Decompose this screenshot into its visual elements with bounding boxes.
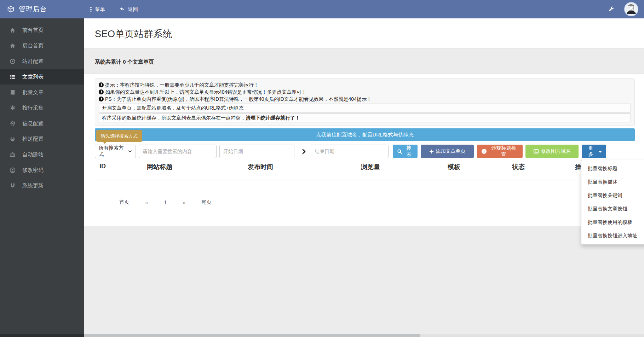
column-header-publish-time: 发布时间 <box>248 163 361 171</box>
horizontal-scrollbar[interactable] <box>84 334 644 337</box>
dropdown-item-replace-keywords[interactable]: 批量替换关键词 <box>581 189 644 202</box>
column-header-id: ID <box>99 163 147 170</box>
column-header-template: 模板 <box>448 163 512 171</box>
search-icon <box>397 149 402 154</box>
wrench-icon[interactable] <box>608 6 614 12</box>
sidebar-item-system-update[interactable]: 系统更新 <box>0 178 84 193</box>
cube-logo-icon <box>7 6 15 13</box>
scrollbar-thumb[interactable] <box>84 334 420 337</box>
sidebar-item-label: 推送配置 <box>22 136 44 143</box>
sidebar-item-label: 自动建站 <box>22 151 44 158</box>
tip-box-domain: 开启文章单页，需配置站群域名，及每个站点的URL格式+伪静态 <box>99 104 631 112</box>
tips-well: i 提示：本程序技巧特殊，一般需要至少几千的文章才能支撑完美运行！ i 如果你的… <box>95 79 635 126</box>
search-button[interactable]: 搜索 <box>393 145 418 158</box>
keyword-input[interactable] <box>139 145 217 158</box>
dropdown-item-replace-description[interactable]: 批量替换描述 <box>581 175 644 189</box>
magnet-icon <box>10 183 16 188</box>
search-label: 搜索 <box>404 145 413 158</box>
image-domain-button[interactable]: 修改图片域名 <box>525 145 579 158</box>
list-icon <box>10 74 16 80</box>
column-header-status: 状态 <box>512 163 575 171</box>
sidebar-item-label: 批量文章 <box>22 89 44 96</box>
exclamation-circle-icon <box>481 149 487 154</box>
table-header-divider <box>95 180 644 180</box>
sidebar-item-frontend-home[interactable]: 前台首页 <box>0 22 84 38</box>
sidebar-item-change-password[interactable]: 修改密码 <box>0 162 84 178</box>
tip-box-bold: 清理下统计缓存就行了！ <box>246 115 300 121</box>
sidebar-item-label: 按行采集 <box>22 105 44 111</box>
plus-icon <box>429 149 434 154</box>
more-dropdown-menu: 批量替换标题 批量替换描述 批量替换关键词 批量替换文章按钮 批量替换使用的模板… <box>581 160 644 245</box>
sidebar-item-info-config[interactable]: 信息配置 <box>0 116 84 131</box>
sidebar-item-line-collect[interactable]: 按行采集 <box>0 100 84 116</box>
top-navbar: 管理后台 菜单 返回 <box>0 0 644 18</box>
caret-down-icon <box>598 151 602 153</box>
home-icon <box>10 43 16 49</box>
more-label: 更多 <box>586 145 596 158</box>
sidebar-item-article-list[interactable]: 文章列表 <box>0 69 84 85</box>
date-start-input[interactable] <box>219 145 294 158</box>
sidebar-item-label: 修改密码 <box>22 167 44 174</box>
column-header-title: 网站标题 <box>147 163 248 171</box>
tip-text: 如果你的文章量达不到几千以上，访问文章单页显示404错误是正常情况！多弄点文章即… <box>105 88 306 95</box>
sidebar-item-push-config[interactable]: 推送配置 <box>0 131 84 147</box>
sidebar-item-auto-build[interactable]: 自动建站 <box>0 147 84 162</box>
compass-icon <box>10 58 16 64</box>
asterisk-icon <box>10 105 16 111</box>
sidebar-item-batch-articles[interactable]: 批量文章 <box>0 85 84 100</box>
sidebar-item-label: 系统更新 <box>22 182 44 189</box>
page-header: SEO单页站群系统 <box>84 18 644 49</box>
title-check-label: 违规标题检查 <box>489 145 518 158</box>
info-circle-icon: i <box>99 89 104 94</box>
tip-box-cache: 程序采用的数量统计缓存，所以文章列表显示偶尔存在一点冲突，清理下统计缓存就行了！ <box>99 114 631 122</box>
select-value: 所有搜索方式 <box>99 145 128 158</box>
image-icon <box>533 149 539 154</box>
menu-toggle[interactable]: 菜单 <box>90 6 105 13</box>
pagination-first[interactable]: 首页 <box>119 199 129 205</box>
tip-box-text: 程序采用的数量统计缓存，所以文章列表显示偶尔存在一点冲突， <box>102 115 246 121</box>
navbar-links: 菜单 返回 <box>90 6 138 13</box>
pagination-last[interactable]: 尾页 <box>201 199 211 205</box>
sidebar-item-label: 信息配置 <box>22 120 44 127</box>
add-article-button[interactable]: 添加文章单页 <box>421 145 474 158</box>
counter-bar: 系统共累计 0 个文章单页 <box>84 49 644 73</box>
sidebar-item-label: 站群配置 <box>22 58 44 65</box>
gear-icon <box>10 121 16 126</box>
more-button[interactable]: 更多 <box>582 145 606 158</box>
sidebar-item-backend-home[interactable]: 后台首页 <box>0 38 84 53</box>
table-header-row: ID 网站标题 发布时间 浏览量 模板 状态 操作 <box>99 163 644 171</box>
reply-arrow-icon <box>119 6 125 12</box>
menu-label: 菜单 <box>95 6 105 13</box>
sidebar-bottom-edge <box>0 334 84 337</box>
pagination-prev[interactable]: « <box>145 199 148 205</box>
sidebar: 前台首页 后台首页 站群配置 文章列表 批量文章 按行采集 信息配置 推送配置 … <box>0 18 84 337</box>
page-title: SEO单页站群系统 <box>84 18 644 40</box>
tip-line: i PS：为了防止单页内容重复(伪原创)，所以本程序ID算法特殊，一般第40页后… <box>99 95 631 103</box>
sidebar-item-label: 后台首页 <box>22 42 44 49</box>
bank-icon <box>10 152 16 158</box>
dropdown-item-replace-template[interactable]: 批量替换使用的模板 <box>581 216 644 229</box>
pagination-next[interactable]: » <box>183 199 185 205</box>
chevron-right-icon <box>297 145 311 158</box>
date-end-input[interactable] <box>311 145 389 158</box>
book-icon <box>10 89 16 95</box>
tip-text: PS：为了防止单页内容重复(伪原创)，所以本程序ID算法特殊，一般第40页后的I… <box>105 95 372 103</box>
dropdown-item-replace-title[interactable]: 批量替换标题 <box>581 162 644 175</box>
search-type-tooltip: 请先选择搜索方式 <box>96 130 142 142</box>
sidebar-item-label: 文章列表 <box>22 74 44 80</box>
title-check-button[interactable]: 违规标题检查 <box>477 145 523 158</box>
back-button[interactable]: 返回 <box>119 6 138 13</box>
info-circle-icon: i <box>99 97 104 101</box>
sidebar-item-sites-config[interactable]: 站群配置 <box>0 53 84 69</box>
search-toolbar: 所有搜索方式 搜索 添加文章单页 违规标题检查 修改图片域名 更多 <box>95 145 606 158</box>
dropdown-item-replace-article-button[interactable]: 批量替换文章按钮 <box>581 202 644 216</box>
back-label: 返回 <box>128 6 138 13</box>
config-domain-banner[interactable]: 点我前往配置域名，配置URL格式与伪静态 <box>95 128 635 141</box>
search-type-select[interactable]: 所有搜索方式 <box>95 145 136 158</box>
brand[interactable]: 管理后台 <box>0 5 84 14</box>
home-icon <box>10 27 16 33</box>
avatar[interactable] <box>624 2 638 16</box>
pagination-current-page[interactable]: 1 <box>164 199 167 205</box>
dropdown-item-replace-button-url[interactable]: 批量替换按钮进入地址 <box>581 229 644 243</box>
pagination: 首页 « 1 » 尾页 <box>119 195 211 209</box>
